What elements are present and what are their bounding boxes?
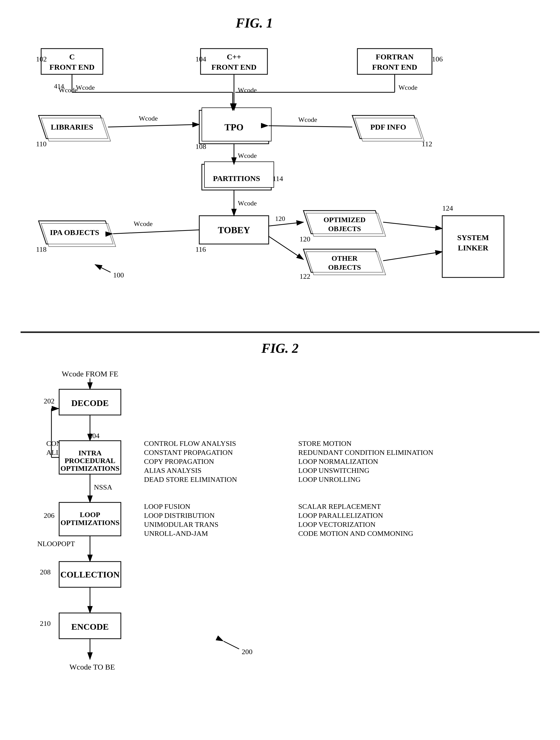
svg-text:LOOP UNSWITCHING: LOOP UNSWITCHING	[298, 466, 369, 474]
svg-text:204: 204	[89, 432, 99, 440]
svg-text:LOOP: LOOP	[80, 511, 100, 519]
svg-text:TOBEY: TOBEY	[218, 225, 250, 235]
svg-text:200: 200	[242, 648, 253, 656]
svg-line-74	[269, 236, 303, 260]
svg-text:CONTROL FLOW ANALYSIS: CONTROL FLOW ANALYSIS	[144, 440, 236, 447]
svg-text:C: C	[69, 53, 75, 61]
svg-text:UNIMODULAR TRANS: UNIMODULAR TRANS	[144, 521, 218, 528]
svg-text:114: 114	[273, 175, 283, 183]
svg-text:110: 110	[36, 140, 46, 148]
svg-line-75	[383, 222, 442, 228]
svg-text:LINKER: LINKER	[458, 244, 488, 252]
svg-text:Wcode: Wcode	[134, 220, 153, 227]
svg-text:FRONT END: FRONT END	[211, 63, 256, 71]
svg-line-70	[113, 230, 199, 234]
svg-text:202: 202	[44, 397, 55, 405]
svg-text:Wcode: Wcode	[238, 152, 257, 160]
svg-line-134	[224, 641, 239, 649]
page: FIG. 1 C FRONT END 102 C++ FRONT END 104	[0, 0, 560, 740]
svg-text:118: 118	[36, 245, 46, 253]
svg-text:FRONT END: FRONT END	[372, 63, 417, 71]
svg-text:OPTIMIZATIONS: OPTIMIZATIONS	[61, 519, 119, 527]
svg-text:PARTITIONS: PARTITIONS	[213, 174, 260, 183]
svg-text:LOOP VECTORIZATION: LOOP VECTORIZATION	[298, 521, 375, 528]
svg-text:Wcode: Wcode	[298, 116, 317, 123]
svg-text:C++: C++	[227, 53, 241, 61]
svg-text:CONSTANT PROPAGATION: CONSTANT PROPAGATION	[144, 448, 233, 456]
svg-text:PDF INFO: PDF INFO	[370, 123, 406, 131]
svg-text:120: 120	[299, 235, 310, 243]
svg-text:LIBRARIES: LIBRARIES	[51, 123, 93, 131]
svg-text:208: 208	[40, 568, 51, 576]
svg-text:106: 106	[432, 55, 443, 63]
fig-divider	[20, 332, 540, 333]
svg-text:COLLECTION: COLLECTION	[61, 570, 120, 579]
svg-text:INTRA: INTRA	[78, 449, 102, 457]
svg-text:112: 112	[422, 140, 432, 148]
svg-line-60	[108, 124, 199, 127]
svg-text:NLOOPOPT: NLOOPOPT	[37, 540, 75, 548]
svg-text:STORE MOTION: STORE MOTION	[298, 440, 352, 447]
svg-text:FORTRAN: FORTRAN	[376, 53, 414, 61]
svg-text:REDUNDANT CONDITION ELIMINATIO: REDUNDANT CONDITION ELIMINATION	[298, 448, 433, 456]
svg-text:OBJECTS: OBJECTS	[328, 263, 361, 271]
svg-text:UNROLL-AND-JAM: UNROLL-AND-JAM	[144, 530, 208, 537]
svg-text:Wcode: Wcode	[238, 86, 257, 94]
fig2-container: Wcode FROM FE DECODE 202 CONTROL OR ALIA…	[20, 366, 540, 726]
svg-text:206: 206	[44, 512, 55, 520]
svg-text:Wcode TO BE: Wcode TO BE	[70, 663, 115, 671]
svg-text:120: 120	[275, 215, 285, 222]
svg-text:LOOP FUSION: LOOP FUSION	[144, 502, 190, 511]
svg-text:Wcode: Wcode	[398, 84, 417, 91]
svg-text:ALIAS ANALYSIS: ALIAS ANALYSIS	[144, 466, 202, 474]
svg-text:OBJECTS: OBJECTS	[328, 225, 361, 233]
fig1-container: C FRONT END 102 C++ FRONT END 104 FORTRA…	[20, 41, 540, 324]
svg-text:124: 124	[442, 204, 453, 212]
svg-text:ENCODE: ENCODE	[71, 622, 108, 632]
svg-line-76	[383, 252, 442, 261]
svg-text:SYSTEM: SYSTEM	[457, 233, 489, 242]
svg-text:LOOP PARALLELIZATION: LOOP PARALLELIZATION	[298, 512, 383, 520]
svg-text:210: 210	[40, 620, 51, 627]
svg-line-72	[269, 222, 303, 226]
svg-text:Wcode FROM FE: Wcode FROM FE	[62, 369, 118, 378]
svg-text:FRONT END: FRONT END	[50, 63, 94, 71]
svg-text:Wcode: Wcode	[76, 84, 95, 91]
svg-text:Wcode: Wcode	[238, 199, 257, 207]
svg-text:COPY PROPAGATION: COPY PROPAGATION	[144, 457, 214, 465]
svg-text:122: 122	[299, 272, 310, 280]
svg-text:OPTIMIZATIONS: OPTIMIZATIONS	[61, 464, 119, 472]
svg-text:LOOP NORMALIZATION: LOOP NORMALIZATION	[298, 457, 378, 465]
svg-text:108: 108	[195, 143, 206, 151]
svg-text:TPO: TPO	[224, 122, 244, 132]
svg-text:Wcode: Wcode	[139, 115, 158, 122]
svg-line-77	[95, 265, 110, 272]
svg-text:102: 102	[36, 55, 47, 63]
svg-text:DECODE: DECODE	[71, 398, 108, 408]
svg-text:OTHER: OTHER	[332, 254, 358, 262]
svg-text:DEAD STORE ELIMINATION: DEAD STORE ELIMINATION	[144, 475, 237, 483]
svg-line-64	[269, 126, 352, 127]
fig1-title: FIG. 1	[0, 15, 540, 30]
svg-text:116: 116	[195, 245, 206, 253]
svg-text:100: 100	[113, 271, 124, 279]
svg-text:Wcode: Wcode	[59, 86, 78, 94]
svg-text:104: 104	[195, 55, 206, 63]
svg-text:LOOP DISTRIBUTION: LOOP DISTRIBUTION	[144, 512, 215, 520]
svg-text:SCALAR REPLACEMENT: SCALAR REPLACEMENT	[298, 502, 381, 511]
svg-text:LOOP UNROLLING: LOOP UNROLLING	[298, 475, 361, 483]
svg-text:IPA OBJECTS: IPA OBJECTS	[50, 228, 99, 237]
svg-text:OPTIMIZED: OPTIMIZED	[323, 216, 365, 224]
svg-text:NSSA: NSSA	[94, 483, 112, 491]
svg-text:PROCEDURAL: PROCEDURAL	[65, 457, 115, 465]
fig2-title: FIG. 2	[20, 341, 540, 356]
svg-text:CODE MOTION AND COMMONING: CODE MOTION AND COMMONING	[298, 530, 413, 537]
